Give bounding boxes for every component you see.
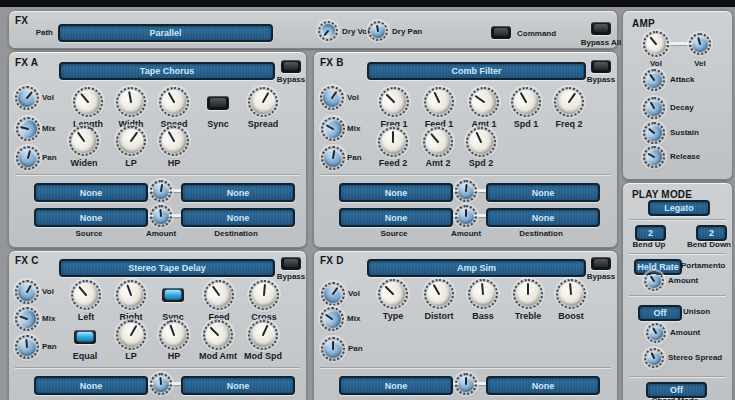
fx-b-mod-source-label: Source <box>364 229 424 238</box>
fx-c-feed-knob[interactable] <box>204 280 234 310</box>
fx-b-pan-knob[interactable] <box>321 146 345 170</box>
amp-decay-knob[interactable] <box>643 97 665 119</box>
fx-b-effect-display[interactable]: Comb Filter <box>367 62 586 80</box>
fx-c-hp-knob[interactable] <box>159 320 189 350</box>
fx-c-vol-knob[interactable] <box>15 280 39 304</box>
amp-release-knob[interactable] <box>643 146 665 168</box>
dry-pan-knob[interactable] <box>368 21 388 41</box>
fx-c-pan-label: Pan <box>42 342 72 351</box>
fx-a-width-knob[interactable] <box>116 87 146 117</box>
fx-c-mod1-source-display[interactable]: None <box>34 376 148 395</box>
fx-b-mod1-amount-knob[interactable] <box>455 180 477 202</box>
fx-b-feed-2-knob[interactable] <box>378 127 408 157</box>
fx-b-mod2-destination-display[interactable]: None <box>486 208 600 227</box>
fx-a-mix-knob[interactable] <box>16 117 40 141</box>
command-button[interactable] <box>491 26 511 39</box>
fx-a-hp-knob[interactable] <box>159 126 189 156</box>
fx-d-bypass-button[interactable] <box>591 257 611 270</box>
fx-b-freq-2-knob[interactable] <box>554 87 584 117</box>
fx-a-spread-knob[interactable] <box>248 87 278 117</box>
play-mode-display[interactable]: Legato <box>648 200 710 216</box>
fx-d-vol-knob[interactable] <box>321 282 345 306</box>
fx-d-mod1-source-display[interactable]: None <box>339 376 453 395</box>
unison-amount-label: Amount <box>670 328 720 337</box>
fx-a-mod2-source-display[interactable]: None <box>34 208 148 227</box>
fx-c-pan-knob[interactable] <box>15 335 39 359</box>
dry-vol-knob[interactable] <box>318 21 338 41</box>
fx-a-mod1-destination-display[interactable]: None <box>181 183 295 202</box>
fx-c-mod-spd-knob[interactable] <box>248 320 278 350</box>
fx-a-lp-knob[interactable] <box>116 126 146 156</box>
fx-a-mod1-amount-knob[interactable] <box>150 180 172 202</box>
fx-b-amt-2-knob[interactable] <box>423 127 453 157</box>
fx-b-bypass-button[interactable] <box>591 60 611 73</box>
fx-c-mod1-destination-display[interactable]: None <box>181 376 295 395</box>
fx-a-bypass-button[interactable] <box>281 60 301 73</box>
fx-a-speed-knob[interactable] <box>159 87 189 117</box>
fx-a-mod2-amount-knob[interactable] <box>150 205 172 227</box>
amp-vol-knob[interactable] <box>643 31 669 57</box>
fx-c-lp-knob[interactable] <box>116 320 146 350</box>
fx-c-vol-label: Vol <box>42 287 72 296</box>
path-display[interactable]: Parallel <box>58 24 273 42</box>
stereo-spread-knob[interactable] <box>644 348 664 368</box>
unison-amount-knob[interactable] <box>646 323 666 343</box>
bend-up-label: Bend Up <box>625 240 673 249</box>
fx-b-mod1-destination-display[interactable]: None <box>486 183 600 202</box>
fx-d-pan-label: Pan <box>348 344 378 353</box>
fx-b-feed-1-knob[interactable] <box>424 87 454 117</box>
fx-a-sync-button[interactable] <box>207 96 229 110</box>
fx-c-bypass-button[interactable] <box>281 257 301 270</box>
fx-d-mod1-destination-display[interactable]: None <box>486 376 600 395</box>
fx-d-boost-label: Boost <box>543 311 599 321</box>
fx-c-mix-knob[interactable] <box>15 307 39 331</box>
fx-b-mod-amount-label: Amount <box>436 229 496 238</box>
fx-b-amt-1-knob[interactable] <box>469 87 499 117</box>
fx-d-distort-knob[interactable] <box>424 279 454 309</box>
fx-c-mod1-amount-knob[interactable] <box>150 373 172 395</box>
fx-a-length-knob[interactable] <box>73 87 103 117</box>
fx-b-mod1-source-display[interactable]: None <box>339 183 453 202</box>
amp-sustain-knob[interactable] <box>643 122 665 144</box>
fx-b-spd-1-knob[interactable] <box>511 87 541 117</box>
bend-down-label: Bend Down <box>685 240 733 249</box>
fx-a-pan-knob[interactable] <box>16 146 40 170</box>
fx-b-mod2-amount-knob[interactable] <box>455 205 477 227</box>
fx-b-freq-1-knob[interactable] <box>379 87 409 117</box>
fx-d-mod1-amount-knob[interactable] <box>455 373 477 395</box>
fx-c-cross-knob[interactable] <box>249 280 279 310</box>
fx-c-left-knob[interactable] <box>71 280 101 310</box>
fx-c-sync-button[interactable] <box>162 288 184 302</box>
fx-c-right-knob[interactable] <box>116 280 146 310</box>
fx-d-title: FX D <box>320 255 344 266</box>
amp-vel-knob[interactable] <box>689 33 711 55</box>
fx-a-spread-label: Spread <box>235 119 291 129</box>
fx-a-mod1-source-display[interactable]: None <box>34 183 148 202</box>
fx-b-vol-knob[interactable] <box>320 86 344 110</box>
fx-b-spd-2-knob[interactable] <box>466 127 496 157</box>
fx-d-boost-knob[interactable] <box>556 279 586 309</box>
fx-a-widen-knob[interactable] <box>69 126 99 156</box>
fx-a-effect-display[interactable]: Tape Chorus <box>59 62 275 80</box>
portamento-amount-knob[interactable] <box>644 271 664 291</box>
amp-attack-knob[interactable] <box>643 69 665 91</box>
fx-d-bass-knob[interactable] <box>468 279 498 309</box>
fx-b-mix-knob[interactable] <box>321 117 345 141</box>
bypass-all-button[interactable] <box>591 22 611 35</box>
fx-b-mod2-source-display[interactable]: None <box>339 208 453 227</box>
fx-d-pan-knob[interactable] <box>321 337 345 361</box>
fx-d-effect-display[interactable]: Amp Sim <box>367 259 586 277</box>
fx-d-treble-knob[interactable] <box>513 279 543 309</box>
command-label: Command <box>517 29 567 38</box>
fx-c-effect-display[interactable]: Stereo Tape Delay <box>59 259 275 277</box>
fx-a-mod2-destination-display[interactable]: None <box>181 208 295 227</box>
fx-c-mod-amt-knob[interactable] <box>203 320 233 350</box>
bend-up-display[interactable]: 2 <box>635 225 666 241</box>
fx-d-mix-knob[interactable] <box>320 307 344 331</box>
unison-mode-display[interactable]: Off <box>638 305 682 321</box>
fx-c-mod-spd-label: Mod Spd <box>235 351 291 361</box>
fx-c-equal-button[interactable] <box>74 330 96 344</box>
fx-d-type-knob[interactable] <box>378 279 408 309</box>
bend-down-display[interactable]: 2 <box>696 225 727 241</box>
fx-a-vol-knob[interactable] <box>15 86 39 110</box>
